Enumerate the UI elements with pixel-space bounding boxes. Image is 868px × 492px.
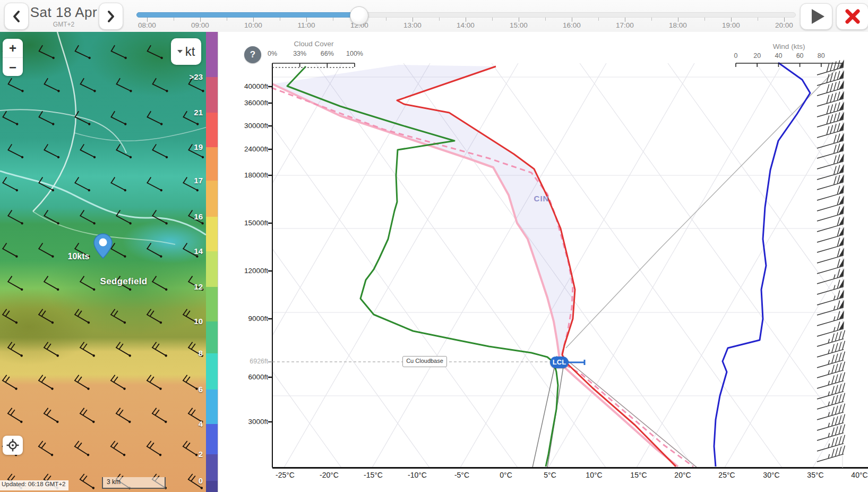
wind-speed-legend: >232119171614121086420	[206, 32, 218, 492]
legend-value-label: 0	[173, 476, 203, 485]
close-button[interactable]	[836, 3, 868, 30]
wind-barb-icon	[1, 308, 21, 324]
temperature-tick-label: 40°C	[843, 471, 868, 479]
time-label: 13:00	[396, 21, 429, 29]
top-bar: Sat 18 Apr GMT+2 08:0009:0010:0011:0012:…	[0, 0, 868, 32]
wind-barb-icon	[6, 209, 26, 225]
wind-barb-icon	[150, 407, 170, 423]
legend-band	[206, 389, 218, 424]
wind-barb-icon	[115, 78, 134, 92]
next-day-button[interactable]	[99, 3, 123, 30]
wind-barb-icon	[37, 308, 57, 324]
altitude-tick-label: 18000ft	[229, 171, 268, 179]
legend-value-label: 19	[173, 142, 203, 151]
wind-barb-icon	[73, 308, 93, 324]
zoom-out-button[interactable]: −	[3, 58, 23, 77]
altitude-tick-label: 3000ft	[229, 418, 268, 426]
date-text: Sat 18 Apr	[30, 4, 98, 21]
wind-barb-icon	[109, 440, 128, 456]
wind-barb-icon	[6, 407, 25, 423]
cu-cloudbase-tag: Cu Cloudbase	[402, 356, 447, 367]
time-tick-minor	[174, 18, 174, 21]
altitude-tick-label: 6926ft	[229, 358, 268, 365]
wind-barb-icon	[37, 374, 56, 390]
wind-barb-icon	[79, 143, 98, 158]
sounding-wind-barb	[817, 268, 844, 284]
wind-barb-icon	[78, 473, 98, 489]
locate-me-button[interactable]	[3, 436, 23, 455]
map-road	[33, 32, 76, 211]
sounding-panel: ? Cloud Cover Wind (kts) CIN Cu Cloudbas…	[218, 32, 868, 492]
wind-barb-icon	[2, 111, 21, 125]
wind-barb-icon	[42, 341, 62, 357]
weather-app: Sat 18 Apr GMT+2 08:0009:0010:0011:0012:…	[0, 0, 868, 492]
temperature-tick-label: -20°C	[312, 471, 346, 479]
adiabat-line	[563, 357, 697, 468]
sounding-wind-barb	[817, 248, 844, 263]
lcl-marker[interactable]: LCL	[550, 357, 569, 368]
time-slider-handle[interactable]	[350, 6, 368, 25]
play-button[interactable]	[800, 3, 832, 30]
wind-tick-label: 80	[808, 52, 835, 60]
wind-barb-icon	[6, 341, 25, 357]
zoom-in-button[interactable]: +	[3, 39, 23, 58]
time-label: 19:00	[714, 21, 748, 29]
wind-barb-icon	[145, 242, 165, 258]
legend-value-label: 6	[173, 385, 203, 394]
temperature-tick-label: -5°C	[445, 471, 479, 479]
wind-barb-icon	[114, 341, 134, 357]
sounding-wind-barb	[817, 279, 844, 294]
legend-value-label: >23	[173, 72, 203, 81]
chevron-right-icon	[106, 10, 116, 23]
legend-value-label: 10	[173, 317, 203, 326]
wind-barb-icon	[79, 78, 98, 92]
legend-value-label: 12	[173, 282, 203, 291]
legend-band	[206, 424, 218, 454]
time-tick-minor	[439, 18, 440, 21]
map-road	[74, 125, 212, 141]
time-tick-minor	[333, 18, 333, 21]
wind-barb-icon	[37, 242, 57, 258]
time-label: 08:00	[130, 21, 164, 29]
cloud-cover-tick-label: 0%	[259, 50, 286, 57]
time-label: 14:00	[449, 21, 483, 29]
altitude-tick-label: 9000ft	[229, 315, 268, 323]
wind-barb-icon	[42, 143, 62, 158]
altitude-tick-label: 30000ft	[229, 122, 268, 130]
time-label: 20:00	[767, 21, 801, 29]
temperature-tick-label: 0°C	[489, 471, 523, 479]
wind-speed-curve	[714, 63, 810, 466]
wind-barb-icon	[151, 143, 170, 158]
updated-timestamp: Updated: 06:18 GMT+2	[0, 480, 68, 490]
map-zoom-control: + −	[3, 39, 23, 76]
wind-barb-icon	[7, 78, 26, 92]
sounding-wind-barb	[817, 300, 844, 315]
cloud-cover-axis-title: Cloud Cover	[279, 40, 348, 48]
sounding-wind-barb	[817, 185, 844, 200]
wind-barb-icon	[73, 176, 92, 192]
chevron-down-icon	[177, 50, 183, 53]
legend-band	[206, 32, 218, 77]
place-name: Sedgefield	[81, 276, 166, 287]
temperature-axis	[272, 467, 868, 469]
sounding-wind-barb	[817, 133, 844, 148]
sounding-wind-barb	[817, 143, 844, 158]
prev-day-button[interactable]	[4, 3, 29, 30]
date-display: Sat 18 Apr GMT+2	[30, 4, 98, 28]
sounding-wind-barb	[817, 91, 844, 106]
time-tick-minor	[545, 18, 546, 21]
unit-selector[interactable]: kt	[171, 38, 201, 65]
sounding-wind-barb	[817, 237, 844, 252]
unit-label: kt	[185, 44, 195, 59]
time-label: 18:00	[661, 21, 695, 29]
cloud-cover-tick-label: 100%	[341, 50, 368, 57]
temperature-tick-label: 5°C	[533, 471, 567, 479]
time-label: 11:00	[289, 21, 323, 29]
time-tick-minor	[651, 18, 652, 21]
legend-band	[206, 251, 218, 287]
wind-barb-icon	[6, 143, 25, 158]
legend-value-label: 17	[173, 176, 203, 185]
time-label: 10:00	[236, 21, 270, 29]
chevron-left-icon	[12, 10, 21, 23]
sounding-wind-barb	[817, 227, 844, 242]
